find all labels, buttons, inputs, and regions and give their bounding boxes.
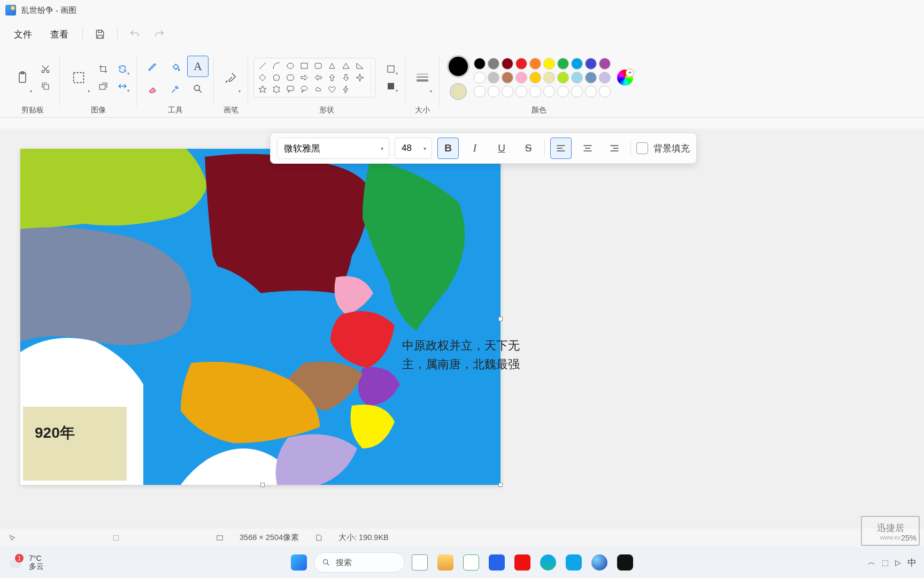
shape-oval[interactable] [285, 60, 296, 71]
color-swatch[interactable] [529, 58, 541, 70]
cut-button[interactable] [36, 61, 55, 77]
taskbar-app5[interactable] [614, 552, 636, 573]
taskbar-explorer[interactable] [435, 552, 456, 573]
resize-handle-e[interactable] [498, 317, 503, 321]
taskbar-edge[interactable] [537, 552, 559, 573]
shape-diamond[interactable] [257, 72, 268, 83]
taskbar-app4[interactable] [589, 552, 610, 573]
shape-star6[interactable] [271, 84, 282, 95]
zoom-tool[interactable] [187, 78, 209, 100]
shape-fill-button[interactable]: ▾ [382, 78, 400, 94]
color-swatch[interactable] [585, 86, 597, 97]
shape-arrow-down[interactable] [341, 72, 351, 83]
color-swatch[interactable] [474, 58, 486, 70]
color-swatch[interactable] [543, 86, 555, 97]
color-swatch[interactable] [502, 58, 513, 70]
color-swatch[interactable] [571, 58, 583, 70]
shape-polygon[interactable] [327, 60, 337, 71]
shape-curve[interactable] [271, 60, 282, 71]
bg-fill-checkbox[interactable] [636, 142, 648, 154]
taskbar-app3[interactable] [563, 552, 584, 573]
shape-outline-button[interactable]: ▾ [382, 61, 400, 77]
color-swatch[interactable] [599, 58, 611, 70]
shape-pentagon[interactable] [271, 72, 282, 83]
shape-star4[interactable] [355, 72, 365, 83]
shape-rect[interactable] [299, 60, 310, 71]
menu-file[interactable]: 文件 [6, 24, 40, 45]
shapes-gallery[interactable] [253, 58, 375, 97]
color-swatch[interactable] [515, 86, 527, 97]
flip-button[interactable]: ▾ [113, 78, 132, 94]
paste-button[interactable]: ▾ [11, 60, 34, 95]
undo-button[interactable] [124, 24, 145, 45]
shape-lightning[interactable] [341, 84, 351, 95]
resize-button[interactable] [94, 78, 112, 94]
edit-colors-button[interactable] [617, 70, 633, 86]
color-swatch[interactable] [585, 72, 597, 83]
color-swatch[interactable] [488, 72, 499, 83]
color-swatch[interactable] [543, 58, 555, 70]
shape-triangle[interactable] [341, 60, 351, 71]
size-button[interactable]: ▾ [411, 60, 434, 95]
color2-button[interactable] [450, 83, 467, 100]
color1-button[interactable] [447, 55, 469, 78]
system-tray[interactable]: ︿ ⬚ ▷ 中 [868, 557, 924, 569]
color-swatch[interactable] [585, 58, 597, 70]
taskbar-weather[interactable]: 7°C 多云 [0, 554, 51, 571]
rotate-button[interactable]: ▾ [113, 61, 132, 77]
strikethrough-button[interactable]: S [518, 138, 539, 159]
pencil-tool[interactable] [142, 56, 164, 77]
shape-arrow-left[interactable] [313, 72, 324, 83]
eraser-tool[interactable] [142, 78, 164, 100]
shape-right-triangle[interactable] [355, 60, 365, 71]
color-swatch[interactable] [488, 58, 499, 70]
font-size-select[interactable]: 48▾ [395, 138, 432, 159]
color-swatch[interactable] [543, 72, 555, 83]
color-swatch[interactable] [557, 58, 569, 70]
tray-ime[interactable]: 中 [907, 557, 917, 569]
underline-button[interactable]: U [491, 138, 512, 159]
save-button[interactable] [89, 24, 111, 45]
shape-line[interactable] [257, 60, 268, 71]
canvas[interactable]: 920年 中原政权并立，天下无主，属南唐，北魏最强 [20, 149, 500, 485]
select-button[interactable]: ▾ [65, 60, 92, 95]
tray-icon-1[interactable]: ⬚ [882, 558, 889, 567]
color-swatch[interactable] [557, 72, 569, 83]
color-swatch[interactable] [515, 58, 527, 70]
color-swatch[interactable] [557, 86, 569, 97]
shape-callout-cloud[interactable] [313, 84, 324, 95]
taskbar-app2[interactable] [512, 552, 533, 573]
align-right-button[interactable] [604, 138, 625, 159]
resize-handle-s[interactable] [260, 483, 265, 487]
color-swatch[interactable] [488, 86, 499, 97]
align-left-button[interactable] [550, 138, 572, 159]
shape-hexagon[interactable] [285, 72, 296, 83]
taskbar-app1[interactable] [486, 552, 507, 573]
shape-arrow-right[interactable] [299, 72, 310, 83]
shape-roundrect[interactable] [313, 60, 324, 71]
italic-button[interactable]: I [464, 138, 486, 159]
crop-button[interactable] [94, 61, 112, 77]
bold-button[interactable]: B [437, 138, 459, 159]
color-swatch[interactable] [599, 86, 611, 97]
font-family-select[interactable]: 微软雅黑▾ [277, 138, 389, 159]
picker-tool[interactable] [165, 78, 186, 100]
shape-callout-oval[interactable] [299, 84, 310, 95]
align-center-button[interactable] [577, 138, 598, 159]
color-swatch[interactable] [474, 72, 486, 83]
shape-heart[interactable] [327, 84, 337, 95]
shape-callout-rect[interactable] [285, 84, 296, 95]
canvas-area[interactable]: 920年 中原政权并立，天下无主，属南唐，北魏最强 [0, 128, 924, 559]
color-swatch[interactable] [502, 72, 513, 83]
brush-button[interactable]: ▾ [219, 60, 243, 95]
taskbar-store[interactable] [460, 552, 482, 573]
tray-icon-2[interactable]: ▷ [895, 558, 901, 567]
taskbar-search[interactable]: 搜索 [314, 552, 405, 573]
resize-handle-se[interactable] [498, 483, 503, 487]
text-tool[interactable]: A [187, 56, 209, 77]
copy-button[interactable] [36, 78, 55, 94]
tray-chevron-icon[interactable]: ︿ [868, 558, 875, 567]
color-swatch[interactable] [474, 86, 486, 97]
shape-arrow-up[interactable] [327, 72, 337, 83]
color-swatch[interactable] [599, 72, 611, 83]
